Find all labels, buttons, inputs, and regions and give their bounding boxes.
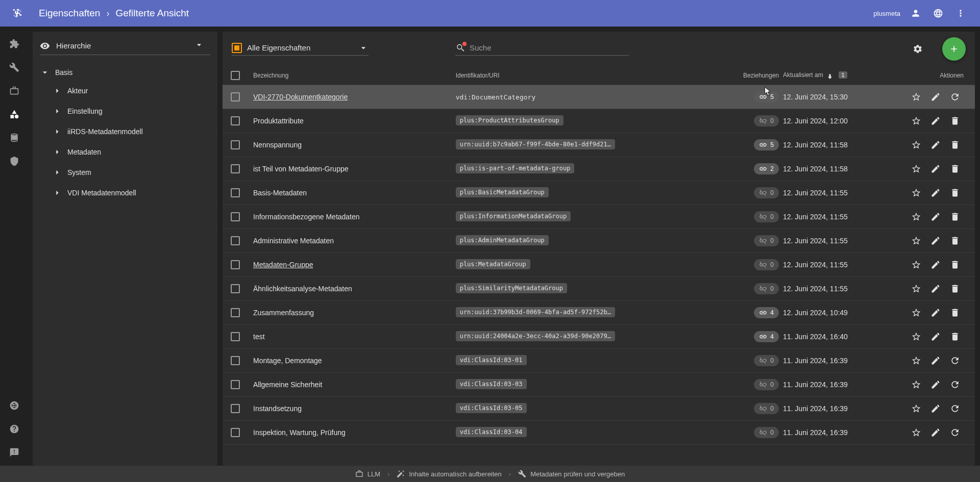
relation-chip[interactable]: 4 bbox=[754, 307, 779, 318]
edit-button[interactable] bbox=[927, 280, 944, 297]
row-checkbox[interactable] bbox=[231, 356, 240, 365]
edit-button[interactable] bbox=[927, 232, 944, 249]
edit-button[interactable] bbox=[927, 328, 944, 345]
favorite-button[interactable] bbox=[908, 304, 925, 321]
relation-chip[interactable]: 5 bbox=[754, 139, 779, 150]
favorite-button[interactable] bbox=[908, 328, 925, 345]
refresh-button[interactable] bbox=[946, 400, 964, 417]
row-checkbox[interactable] bbox=[231, 332, 240, 341]
favorite-button[interactable] bbox=[908, 280, 925, 297]
breadcrumb-root[interactable]: Eigenschaften bbox=[39, 8, 100, 19]
menu-icon[interactable] bbox=[949, 8, 972, 18]
edit-button[interactable] bbox=[927, 88, 944, 106]
col-aktualisiert[interactable]: Aktualisiert am 1 bbox=[783, 70, 885, 81]
table-row[interactable]: Allgemeine Sicherheitvdi:ClassId:03-0301… bbox=[223, 373, 975, 397]
table-row[interactable]: Instandsetzungvdi:ClassId:03-05011. Juni… bbox=[223, 397, 975, 421]
row-checkbox[interactable] bbox=[231, 164, 240, 173]
edit-button[interactable] bbox=[927, 184, 944, 201]
edit-button[interactable] bbox=[927, 160, 944, 177]
relation-chip[interactable]: 5 bbox=[754, 91, 779, 103]
table-row[interactable]: Administrative Metadatenplus:AdminMetada… bbox=[223, 229, 975, 253]
table-row[interactable]: ist Teil von Metadaten-Gruppeplus:is-par… bbox=[223, 157, 975, 181]
table-row[interactable]: Nennspannungurn:uuid:b7c9ab67-f99f-4bde-… bbox=[223, 133, 975, 157]
table-row[interactable]: Inspektion, Wartung, Prüfungvdi:ClassId:… bbox=[223, 421, 975, 445]
relation-chip[interactable]: 0 bbox=[754, 259, 779, 270]
settings-button[interactable] bbox=[908, 39, 928, 59]
row-checkbox[interactable] bbox=[231, 428, 240, 437]
filter-select[interactable]: Alle Eigenschaften bbox=[232, 43, 369, 56]
tree-item[interactable]: iiRDS-Metadatenmodell bbox=[40, 121, 210, 142]
delete-button[interactable] bbox=[946, 208, 964, 225]
delete-button[interactable] bbox=[946, 256, 964, 273]
delete-button[interactable] bbox=[946, 304, 964, 321]
favorite-button[interactable] bbox=[908, 424, 925, 441]
favorite-button[interactable] bbox=[908, 352, 925, 369]
row-checkbox[interactable] bbox=[231, 236, 240, 245]
nav-feedback[interactable] bbox=[4, 442, 24, 463]
tree-item[interactable]: VDI Metadatenmodell bbox=[40, 183, 210, 203]
language-icon[interactable] bbox=[927, 8, 949, 18]
app-logo[interactable] bbox=[8, 4, 27, 22]
favorite-button[interactable] bbox=[908, 208, 925, 225]
nav-help[interactable] bbox=[4, 419, 24, 439]
row-title[interactable]: Metadaten-Gruppe bbox=[253, 261, 313, 269]
edit-button[interactable] bbox=[927, 376, 944, 393]
relation-chip[interactable]: 0 bbox=[754, 211, 779, 222]
edit-button[interactable] bbox=[927, 400, 944, 417]
relation-chip[interactable]: 2 bbox=[754, 163, 779, 174]
refresh-button[interactable] bbox=[946, 88, 964, 106]
nav-properties[interactable] bbox=[4, 104, 24, 124]
row-checkbox[interactable] bbox=[231, 212, 240, 221]
row-checkbox[interactable] bbox=[231, 284, 240, 293]
tree-root[interactable]: Basis bbox=[40, 64, 210, 81]
row-checkbox[interactable] bbox=[231, 92, 240, 102]
row-checkbox[interactable] bbox=[231, 188, 240, 197]
table-row[interactable]: Ähnlichkeitsanalyse-Metadatenplus:Simila… bbox=[223, 277, 975, 301]
favorite-button[interactable] bbox=[908, 136, 925, 154]
table-row[interactable]: Montage, Demontagevdi:ClassId:03-01011. … bbox=[223, 349, 975, 373]
nav-briefcase[interactable] bbox=[4, 81, 24, 101]
edit-button[interactable] bbox=[927, 304, 944, 321]
view-mode-select[interactable]: Hierarchie bbox=[40, 40, 210, 55]
table-row[interactable]: Basis-Metadatenplus:BasicMetadataGroup01… bbox=[223, 181, 975, 205]
relation-chip[interactable]: 0 bbox=[754, 283, 779, 294]
delete-button[interactable] bbox=[946, 184, 964, 201]
favorite-button[interactable] bbox=[908, 112, 925, 130]
delete-button[interactable] bbox=[946, 160, 964, 177]
table-row[interactable]: Produktattributeplus:ProductAttributesGr… bbox=[223, 109, 975, 133]
col-bezeichnung[interactable]: Bezeichnung bbox=[253, 72, 456, 79]
table-row[interactable]: testurn:uuid:24004a2e-3ecc-40a2-a39d-90e… bbox=[223, 325, 975, 349]
delete-button[interactable] bbox=[946, 232, 964, 249]
tree-item[interactable]: Einstellung bbox=[40, 101, 210, 121]
nav-support[interactable] bbox=[4, 395, 24, 416]
nav-data[interactable] bbox=[4, 128, 24, 148]
relation-chip[interactable]: 0 bbox=[754, 379, 779, 390]
add-button[interactable] bbox=[942, 37, 966, 61]
favorite-button[interactable] bbox=[908, 400, 925, 417]
tree-item[interactable]: Akteur bbox=[40, 81, 210, 101]
account-icon[interactable] bbox=[904, 8, 927, 18]
table-row[interactable]: Zusammenfassungurn:uuid:37b99b3d-0069-4b… bbox=[223, 301, 975, 325]
search-input[interactable] bbox=[470, 43, 629, 52]
row-checkbox[interactable] bbox=[231, 116, 240, 125]
row-checkbox[interactable] bbox=[231, 260, 240, 269]
row-checkbox[interactable] bbox=[231, 308, 240, 317]
relation-chip[interactable]: 0 bbox=[754, 235, 779, 246]
favorite-button[interactable] bbox=[908, 256, 925, 273]
delete-button[interactable] bbox=[946, 328, 964, 345]
edit-button[interactable] bbox=[927, 256, 944, 273]
favorite-button[interactable] bbox=[908, 376, 925, 393]
table-row[interactable]: VDI-2770-Dokumentkategorievdi:DocumentCa… bbox=[223, 85, 975, 109]
row-title[interactable]: VDI-2770-Dokumentkategorie bbox=[253, 93, 348, 101]
favorite-button[interactable] bbox=[908, 88, 925, 106]
nav-tools[interactable] bbox=[4, 57, 24, 78]
delete-button[interactable] bbox=[946, 112, 964, 130]
refresh-button[interactable] bbox=[946, 424, 964, 441]
edit-button[interactable] bbox=[927, 352, 944, 369]
relation-chip[interactable]: 0 bbox=[754, 187, 779, 198]
favorite-button[interactable] bbox=[908, 160, 925, 177]
favorite-button[interactable] bbox=[908, 184, 925, 201]
relation-chip[interactable]: 0 bbox=[754, 355, 779, 366]
relation-chip[interactable]: 0 bbox=[754, 115, 779, 126]
tree-item[interactable]: System bbox=[40, 162, 210, 183]
